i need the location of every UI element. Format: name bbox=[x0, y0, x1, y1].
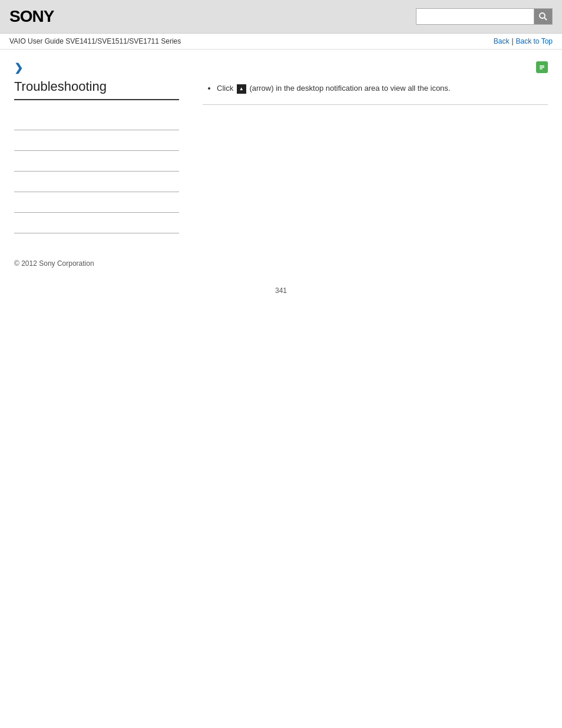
sidebar-link-1[interactable] bbox=[14, 116, 179, 124]
nav-title: VAIO User Guide SVE1411/SVE1511/SVE1711 … bbox=[9, 37, 181, 45]
search-button[interactable] bbox=[534, 8, 553, 25]
svg-point-0 bbox=[540, 13, 545, 18]
list-item bbox=[14, 110, 179, 130]
search-input[interactable] bbox=[416, 8, 534, 25]
svg-rect-4 bbox=[540, 67, 544, 68]
content-icon-area bbox=[203, 61, 548, 78]
list-item bbox=[14, 213, 179, 233]
svg-line-1 bbox=[544, 18, 547, 20]
sidebar-link-2[interactable] bbox=[14, 136, 179, 144]
icon-svg bbox=[538, 63, 546, 71]
sidebar-link-5[interactable] bbox=[14, 198, 179, 206]
notification-icon bbox=[536, 61, 548, 73]
list-item bbox=[14, 130, 179, 151]
nav-links: Back | Back to Top bbox=[494, 37, 553, 45]
content-area: Click (arrow) in the desktop notificatio… bbox=[189, 50, 562, 245]
sidebar-title: Troubleshooting bbox=[14, 79, 179, 100]
copyright-text: © 2012 Sony Corporation bbox=[14, 259, 94, 268]
header: SONY bbox=[0, 0, 562, 34]
list-item bbox=[14, 172, 179, 192]
svg-rect-3 bbox=[540, 65, 544, 67]
nav-separator: | bbox=[511, 37, 513, 45]
bullet-list: Click (arrow) in the desktop notificatio… bbox=[203, 83, 548, 95]
sidebar: ❯ Troubleshooting bbox=[0, 50, 189, 245]
search-area bbox=[416, 8, 553, 25]
content-section: Click (arrow) in the desktop notificatio… bbox=[203, 83, 548, 105]
svg-rect-5 bbox=[540, 68, 543, 70]
list-item: Click (arrow) in the desktop notificatio… bbox=[217, 83, 548, 95]
nav-bar: VAIO User Guide SVE1411/SVE1511/SVE1711 … bbox=[0, 34, 562, 50]
main-content: ❯ Troubleshooting bbox=[0, 50, 562, 245]
sidebar-link-4[interactable] bbox=[14, 177, 179, 186]
list-item bbox=[14, 151, 179, 172]
page-number: 341 bbox=[0, 275, 562, 307]
back-to-top-link[interactable]: Back to Top bbox=[516, 37, 553, 45]
sidebar-link-6[interactable] bbox=[14, 219, 179, 227]
footer: © 2012 Sony Corporation bbox=[0, 245, 562, 275]
search-icon bbox=[538, 12, 548, 21]
sony-logo: SONY bbox=[9, 7, 54, 26]
back-link[interactable]: Back bbox=[494, 37, 510, 45]
sidebar-arrow[interactable]: ❯ bbox=[14, 61, 179, 74]
list-item bbox=[14, 192, 179, 213]
arrow-icon bbox=[237, 84, 246, 94]
sidebar-link-list bbox=[14, 110, 179, 233]
sidebar-link-3[interactable] bbox=[14, 157, 179, 165]
